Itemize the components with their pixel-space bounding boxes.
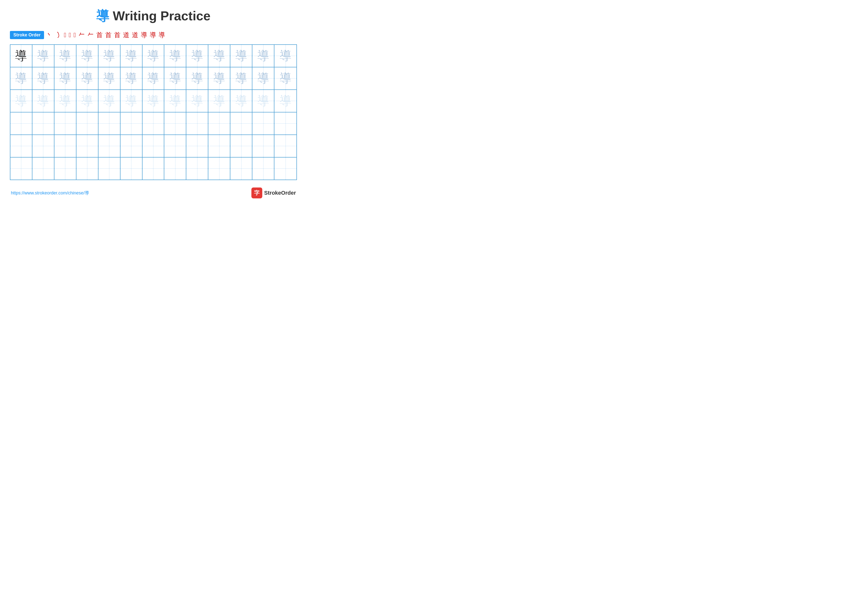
grid-cell[interactable] <box>54 157 76 180</box>
stroke-9: 首 <box>105 31 112 39</box>
grid-cell[interactable]: 導 <box>121 90 143 112</box>
stroke-12: 道 <box>132 31 138 39</box>
grid-cell[interactable]: 導 <box>33 90 54 112</box>
grid-cell[interactable] <box>274 157 296 180</box>
grid-cell[interactable] <box>10 112 33 135</box>
grid-cell[interactable] <box>76 157 98 180</box>
grid-cell[interactable]: 導 <box>253 45 274 67</box>
footer-url[interactable]: https://www.strokeorder.com/chinese/導 <box>11 190 89 196</box>
stroke-6: 𠂉 <box>78 31 85 39</box>
grid-cell[interactable] <box>164 157 186 180</box>
grid-cell[interactable]: 導 <box>186 90 208 112</box>
grid-cell[interactable] <box>76 135 98 157</box>
grid-cell[interactable] <box>143 157 164 180</box>
grid-cell[interactable] <box>253 135 274 157</box>
grid-cell[interactable] <box>230 112 253 135</box>
grid-cell[interactable] <box>76 112 98 135</box>
stroke-5: 𠃌 <box>73 31 76 39</box>
grid-cell[interactable] <box>164 112 186 135</box>
grid-cell[interactable]: 導 <box>253 90 274 112</box>
grid-cell[interactable] <box>10 135 33 157</box>
grid-cell[interactable] <box>274 135 296 157</box>
grid-cell[interactable]: 導 <box>230 67 253 89</box>
practice-char: 導 <box>103 72 115 84</box>
grid-cell[interactable]: 導 <box>164 45 186 67</box>
grid-cell[interactable] <box>253 157 274 180</box>
grid-cell[interactable]: 導 <box>33 67 54 89</box>
grid-cell[interactable]: 導 <box>10 67 33 89</box>
grid-cell[interactable] <box>121 112 143 135</box>
grid-cell[interactable]: 導 <box>186 45 208 67</box>
grid-cell[interactable]: 導 <box>230 90 253 112</box>
practice-char: 導 <box>235 50 247 62</box>
practice-char: 導 <box>81 95 93 107</box>
grid-cell[interactable] <box>143 135 164 157</box>
grid-cell[interactable]: 導 <box>164 67 186 89</box>
grid-cell[interactable] <box>186 157 208 180</box>
grid-cell[interactable]: 導 <box>274 45 296 67</box>
grid-cell[interactable] <box>33 157 54 180</box>
grid-cell[interactable] <box>121 157 143 180</box>
grid-cell[interactable] <box>208 135 230 157</box>
stroke-4: 𠃋 <box>69 31 71 39</box>
grid-cell[interactable] <box>253 112 274 135</box>
grid-cell[interactable]: 導 <box>274 67 296 89</box>
grid-cell[interactable]: 導 <box>98 90 121 112</box>
stroke-sequence: 丶 ㇁ 𠂇 𠃋 𠃌 𠂉 𠂉 首 首 首 道 道 導 導 導 <box>46 31 165 39</box>
grid-cell[interactable]: 導 <box>76 90 98 112</box>
grid-cell[interactable] <box>54 112 76 135</box>
grid-cell[interactable] <box>10 157 33 180</box>
grid-cell[interactable]: 導 <box>208 45 230 67</box>
grid-cell[interactable]: 導 <box>98 45 121 67</box>
grid-cell[interactable]: 導 <box>230 45 253 67</box>
grid-cell[interactable]: 導 <box>208 67 230 89</box>
grid-cell[interactable]: 導 <box>143 90 164 112</box>
grid-cell[interactable] <box>33 135 54 157</box>
grid-cell[interactable]: 導 <box>54 45 76 67</box>
grid-cell[interactable] <box>230 135 253 157</box>
grid-cell[interactable] <box>33 112 54 135</box>
grid-cell[interactable]: 導 <box>76 45 98 67</box>
grid-cell[interactable]: 導 <box>10 45 33 67</box>
grid-cell[interactable]: 導 <box>208 90 230 112</box>
grid-cell[interactable] <box>98 112 121 135</box>
grid-cell[interactable] <box>98 135 121 157</box>
grid-cell[interactable] <box>186 135 208 157</box>
grid-cell[interactable]: 導 <box>54 90 76 112</box>
practice-char: 導 <box>37 50 49 62</box>
grid-cell[interactable]: 導 <box>186 67 208 89</box>
grid-cell[interactable] <box>208 112 230 135</box>
stroke-3: 𠂇 <box>64 31 66 39</box>
grid-cell[interactable] <box>98 157 121 180</box>
grid-cell[interactable]: 導 <box>33 45 54 67</box>
stroke-7: 𠂉 <box>87 31 94 39</box>
practice-char: 導 <box>59 72 71 84</box>
practice-char: 導 <box>235 95 247 107</box>
grid-cell[interactable]: 導 <box>76 67 98 89</box>
practice-char: 導 <box>191 72 203 84</box>
grid-cell[interactable]: 導 <box>98 67 121 89</box>
practice-char: 導 <box>125 95 137 107</box>
grid-cell[interactable]: 導 <box>121 67 143 89</box>
grid-cell[interactable] <box>274 112 296 135</box>
grid-cell[interactable] <box>143 112 164 135</box>
practice-char: 導 <box>191 95 203 107</box>
grid-cell[interactable]: 導 <box>121 45 143 67</box>
grid-cell[interactable] <box>121 135 143 157</box>
grid-cell[interactable]: 導 <box>143 45 164 67</box>
stroke-11: 道 <box>123 31 129 39</box>
grid-cell[interactable]: 導 <box>54 67 76 89</box>
grid-cell[interactable]: 導 <box>253 67 274 89</box>
stroke-order-row: Stroke Order 丶 ㇁ 𠂇 𠃋 𠃌 𠂉 𠂉 首 首 首 道 道 導 導… <box>10 31 297 39</box>
practice-char: 導 <box>280 50 291 62</box>
grid-cell[interactable] <box>208 157 230 180</box>
grid-cell[interactable] <box>54 135 76 157</box>
grid-cell[interactable]: 導 <box>164 90 186 112</box>
brand-icon: 字 <box>251 188 262 198</box>
grid-cell[interactable]: 導 <box>10 90 33 112</box>
grid-cell[interactable] <box>186 112 208 135</box>
grid-cell[interactable] <box>230 157 253 180</box>
grid-cell[interactable]: 導 <box>274 90 296 112</box>
grid-cell[interactable] <box>164 135 186 157</box>
grid-cell[interactable]: 導 <box>143 67 164 89</box>
